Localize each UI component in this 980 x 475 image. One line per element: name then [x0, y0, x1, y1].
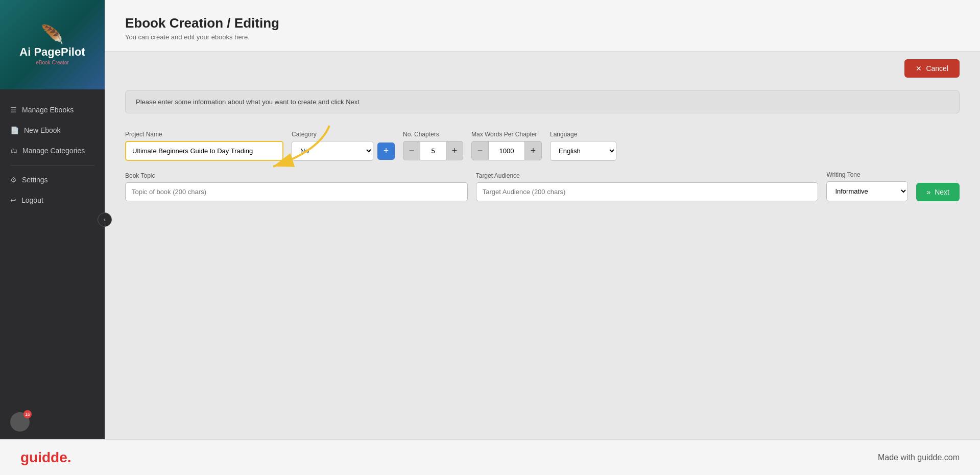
next-icon: »	[926, 188, 930, 196]
category-row: No +	[292, 141, 395, 161]
project-name-group: Project Name	[125, 131, 283, 161]
settings-icon: ⚙	[10, 176, 17, 184]
manage-ebooks-icon: ☰	[10, 106, 17, 114]
new-ebook-icon: 📄	[10, 126, 19, 134]
sidebar-logo: 🪶 Ai PagePilot eBook Creator	[0, 0, 105, 89]
project-name-label: Project Name	[125, 131, 283, 138]
page-subtitle: You can create and edit your ebooks here…	[125, 33, 960, 41]
next-group: » Next	[916, 181, 960, 201]
sidebar-divider	[10, 165, 94, 165]
form-card: Project Name	[125, 126, 960, 217]
page-title: Ebook Creation / Editing	[125, 15, 960, 31]
language-select[interactable]: English Spanish French German	[550, 141, 616, 161]
manage-categories-label: Manage Categories	[22, 147, 85, 155]
sidebar-nav: ☰ Manage Ebooks 📄 New Ebook 🗂 Manage Cat…	[0, 89, 105, 405]
language-label: Language	[550, 131, 616, 138]
chapters-label: No. Chapters	[403, 131, 463, 138]
manage-categories-icon: 🗂	[10, 147, 17, 155]
max-words-counter: − 1000 +	[471, 141, 542, 160]
logout-icon: ↩	[10, 196, 16, 204]
max-words-group: Max Words Per Chapter − 1000 +	[471, 131, 542, 160]
cancel-label: Cancel	[926, 64, 948, 73]
settings-label: Settings	[22, 176, 48, 184]
new-ebook-label: New Ebook	[24, 126, 61, 134]
chapters-increment-button[interactable]: +	[446, 141, 463, 160]
logo-subtext: eBook Creator	[19, 60, 85, 65]
sidebar-item-manage-ebooks[interactable]: ☰ Manage Ebooks	[0, 100, 105, 120]
guidde-footer: guidde. Made with guidde.com	[0, 439, 980, 475]
sidebar-bottom: 16	[0, 405, 105, 439]
form-row-1: Project Name	[125, 131, 960, 161]
info-banner: Please enter some information about what…	[125, 90, 960, 113]
language-group: Language English Spanish French German	[550, 131, 616, 161]
target-audience-input[interactable]	[476, 182, 819, 201]
avatar: 16	[10, 412, 30, 432]
sidebar-item-logout[interactable]: ↩ Logout	[0, 190, 105, 210]
cancel-icon: ✕	[916, 64, 922, 73]
next-button[interactable]: » Next	[916, 183, 960, 201]
target-audience-label: Target Audience	[476, 172, 819, 179]
form-row-2: Book Topic Target Audience Writing Tone …	[125, 171, 960, 201]
max-words-decrement-button[interactable]: −	[471, 141, 489, 160]
writing-tone-label: Writing Tone	[826, 171, 908, 178]
sidebar-item-settings[interactable]: ⚙ Settings	[0, 170, 105, 190]
logo-text: Ai PagePilot	[19, 45, 85, 59]
page-header: Ebook Creation / Editing You can create …	[105, 0, 980, 52]
logo-icon: 🪶	[19, 24, 85, 45]
next-label: Next	[935, 188, 949, 196]
form-area: Please enter some information about what…	[105, 85, 980, 439]
target-audience-group: Target Audience	[476, 172, 819, 201]
project-name-input[interactable]	[125, 141, 283, 161]
logout-label: Logout	[21, 196, 43, 204]
notification-badge: 16	[23, 410, 32, 418]
book-topic-label: Book Topic	[125, 172, 468, 179]
max-words-value: 1000	[489, 141, 524, 160]
cancel-button[interactable]: ✕ Cancel	[904, 59, 960, 78]
book-topic-input[interactable]	[125, 182, 468, 201]
max-words-increment-button[interactable]: +	[524, 141, 542, 160]
category-label: Category	[292, 131, 395, 138]
category-group: Category No +	[292, 131, 395, 161]
chapters-counter: − 5 +	[403, 141, 463, 160]
category-select[interactable]: No	[292, 141, 373, 161]
add-category-button[interactable]: +	[377, 142, 395, 160]
writing-tone-group: Writing Tone Informative Casual Professi…	[826, 171, 908, 201]
book-topic-group: Book Topic	[125, 172, 468, 201]
toolbar: ✕ Cancel	[105, 52, 980, 85]
chapters-decrement-button[interactable]: −	[403, 141, 420, 160]
sidebar-collapse-button[interactable]: ‹	[98, 212, 112, 227]
main-content: Ebook Creation / Editing You can create …	[105, 0, 980, 439]
sidebar-item-new-ebook[interactable]: 📄 New Ebook	[0, 120, 105, 140]
max-words-label: Max Words Per Chapter	[471, 131, 542, 138]
manage-ebooks-label: Manage Ebooks	[22, 106, 74, 114]
chapters-value: 5	[420, 141, 446, 160]
chapters-group: No. Chapters − 5 +	[403, 131, 463, 160]
guidde-tagline: Made with guidde.com	[878, 453, 960, 462]
writing-tone-select[interactable]: Informative Casual Professional Academic	[826, 181, 908, 201]
guidde-logo: guidde.	[20, 449, 71, 466]
sidebar: 🪶 Ai PagePilot eBook Creator ☰ Manage Eb…	[0, 0, 105, 439]
sidebar-item-manage-categories[interactable]: 🗂 Manage Categories	[0, 140, 105, 161]
